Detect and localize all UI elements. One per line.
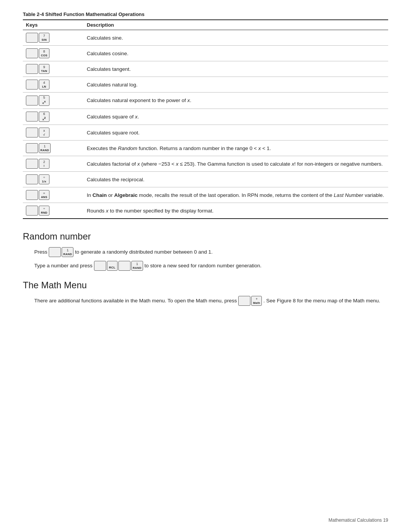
- key-cell: 6x2: [23, 109, 84, 125]
- shift-key: [49, 247, 61, 257]
- math-para2: . See Figure 8 for the menu map of the M…: [263, 298, 380, 304]
- key-group-6: x√: [26, 128, 49, 137]
- main-key-row3: 4LN: [39, 80, 49, 89]
- main-key-row11: ÷RND: [39, 206, 49, 216]
- key-group-11: ÷RND: [26, 206, 49, 216]
- key-cell: 7SIN: [23, 30, 84, 46]
- math-para: There are additional functions available…: [34, 296, 388, 306]
- key-cell: ÷1/x: [23, 172, 84, 187]
- key-cell: x√: [23, 125, 84, 141]
- desc-cell: Calculates square root.: [84, 125, 388, 141]
- random-number-heading: Random number: [23, 231, 388, 242]
- desc-cell: Calculates tangent.: [84, 61, 388, 77]
- shift-key-row9: [26, 174, 38, 184]
- key-cell: 2!: [23, 156, 84, 172]
- shift-key-row2: [26, 64, 38, 74]
- para1-pre: Press: [34, 249, 48, 255]
- table-row: 8COSCalculates cosine.: [23, 46, 388, 61]
- key-group-4: 5ex: [26, 95, 49, 106]
- main-key-row9: ÷1/x: [39, 174, 49, 184]
- random-number-body: Press 1 RAND to generate a randomly dist…: [34, 247, 388, 271]
- main-key-row10: =ANS: [39, 190, 49, 200]
- desc-cell: Calculates sine.: [84, 30, 388, 46]
- key-group-9: ÷1/x: [26, 174, 49, 184]
- rand-key2: 1 RAND: [131, 261, 143, 271]
- shift-key-row0: [26, 33, 38, 43]
- desc-cell: Calculates cosine.: [84, 46, 388, 61]
- col-keys: Keys: [23, 20, 84, 30]
- random-para1: Press 1 RAND to generate a randomly dist…: [34, 247, 388, 257]
- key-cell: 9TAN: [23, 61, 84, 77]
- table-row: 9TANCalculates tangent.: [23, 61, 388, 77]
- key-group-0: 7SIN: [26, 33, 49, 43]
- math-menu-body: There are additional functions available…: [34, 296, 388, 306]
- para1-post: to generate a randomly distributed numbe…: [75, 249, 213, 255]
- main-key-row4: 5ex: [39, 95, 49, 106]
- shift-key-row4: [26, 96, 38, 105]
- main-key-row5: 6x2: [39, 112, 49, 122]
- desc-cell: Calculates factorial of x (where −253 < …: [84, 156, 388, 172]
- main-key-row6: x√: [39, 128, 49, 137]
- table-row: 4LNCalculates natural log.: [23, 77, 388, 93]
- col-description: Description: [84, 20, 388, 30]
- shift-key-row5: [26, 112, 38, 121]
- rand-key: 1 RAND: [62, 247, 73, 257]
- table-row: 6x2Calculates square of x.: [23, 109, 388, 125]
- table-row: ÷1/xCalculates the reciprocal.: [23, 172, 388, 187]
- desc-cell: Executes the Random function. Returns a …: [84, 141, 388, 156]
- key-cell: 4LN: [23, 77, 84, 93]
- rcl-key: RCL: [107, 261, 118, 271]
- key-group-math: + Math: [238, 296, 262, 306]
- shift-key4: [238, 296, 250, 306]
- table-title: Table 2-4 Shifted Function Mathematical …: [23, 11, 388, 17]
- shifted-function-table: Keys Description 7SINCalculates sine.8CO…: [23, 19, 388, 219]
- random-para2: Type a number and press RCL 1 RAND to st…: [34, 261, 388, 271]
- table-row: 5exCalculates natural exponent to the po…: [23, 93, 388, 109]
- shift-key3: [118, 261, 131, 271]
- para2-mid: to store a new seed for random number ge…: [145, 263, 262, 268]
- key-group-5: 6x2: [26, 112, 49, 122]
- math-menu-heading: The Math Menu: [23, 280, 388, 291]
- key-cell: 8COS: [23, 46, 84, 61]
- shift-key-row6: [26, 128, 38, 137]
- key-cell: 1RAND: [23, 141, 84, 156]
- shift-key-row11: [26, 206, 38, 216]
- shift-key-row3: [26, 80, 38, 89]
- main-key-row0: 7SIN: [39, 33, 49, 43]
- main-key-row2: 9TAN: [39, 64, 49, 74]
- desc-cell: Calculates the reciprocal.: [84, 172, 388, 187]
- math-key: + Math: [251, 296, 262, 306]
- key-cell: ÷RND: [23, 203, 84, 219]
- main-key-row7: 1RAND: [39, 143, 51, 153]
- key-group-3: 4LN: [26, 80, 49, 89]
- math-para1: There are additional functions available…: [34, 298, 237, 304]
- table-row: 2!Calculates factorial of x (where −253 …: [23, 156, 388, 172]
- key-group-seed: RCL 1 RAND: [94, 261, 143, 271]
- key-group-7: 1RAND: [26, 143, 51, 153]
- key-cell: =ANS: [23, 187, 84, 203]
- key-cell: 5ex: [23, 93, 84, 109]
- table-row: x√Calculates square root.: [23, 125, 388, 141]
- shift-key-row7: [26, 143, 38, 153]
- key-group-2: 9TAN: [26, 64, 49, 74]
- key-group-10: =ANS: [26, 190, 49, 200]
- desc-cell: Calculates natural log.: [84, 77, 388, 93]
- desc-cell: Calculates square of x.: [84, 109, 388, 125]
- shift-key2: [94, 261, 106, 271]
- shift-key-row1: [26, 48, 38, 58]
- key-group-8: 2!: [26, 159, 49, 169]
- main-key-row8: 2!: [39, 159, 49, 169]
- desc-cell: In Chain or Algebraic mode, recalls the …: [84, 187, 388, 203]
- main-key-row1: 8COS: [39, 48, 49, 58]
- desc-cell: Rounds x to the number specified by the …: [84, 203, 388, 219]
- desc-cell: Calculates natural exponent to the power…: [84, 93, 388, 109]
- key-group-rand: 1 RAND: [49, 247, 73, 257]
- shift-key-row8: [26, 159, 38, 169]
- table-row: ÷RNDRounds x to the number specified by …: [23, 203, 388, 219]
- shift-key-row10: [26, 190, 38, 200]
- table-row: 7SINCalculates sine.: [23, 30, 388, 46]
- key-group-1: 8COS: [26, 48, 49, 58]
- table-row: 1RANDExecutes the Random function. Retur…: [23, 141, 388, 156]
- para2-pre: Type a number and press: [34, 263, 92, 268]
- table-row: =ANSIn Chain or Algebraic mode, recalls …: [23, 187, 388, 203]
